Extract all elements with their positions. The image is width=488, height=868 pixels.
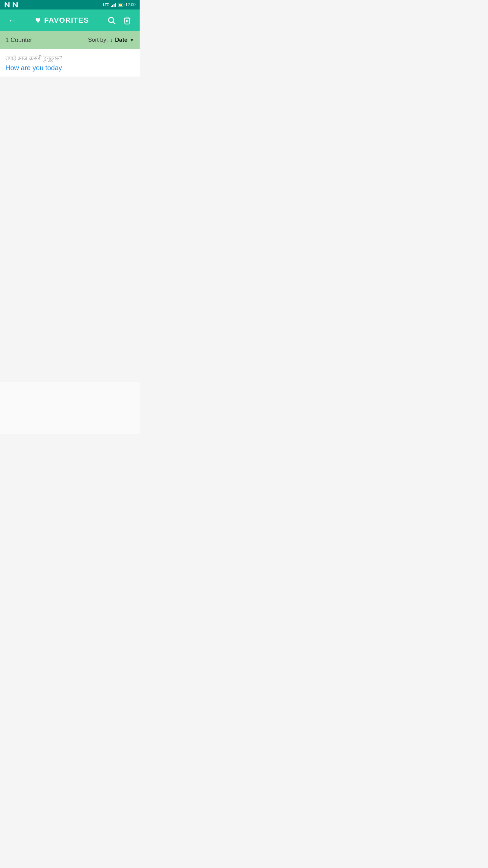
status-bar: LTE ⚡ 12:00 [0,0,140,9]
search-icon [107,16,116,25]
sort-controls[interactable]: Sort by: ↓ Date ▼ [88,37,134,44]
app-bar: ← ♥ FAVORITES [0,9,140,31]
svg-point-0 [108,17,114,22]
heart-icon: ♥ [35,15,41,26]
empty-area [0,77,140,382]
time-display: 12:00 [125,2,136,7]
status-bar-left [4,2,18,8]
app-bar-actions [104,13,134,27]
list-item[interactable]: तपाई आज कसरी हुनुहुन्छ? How are you toda… [0,49,140,77]
lte-icon: LTE [103,3,109,7]
sort-direction-icon: ↓ [110,37,113,44]
svg-line-1 [113,22,115,24]
signal-bar-1 [111,6,112,7]
status-bar-right: LTE ⚡ 12:00 [103,2,136,7]
signal-bars [111,2,116,7]
notification-icon-1 [4,2,10,8]
item-translation-text: How are you today [5,64,134,72]
signal-bar-4 [115,3,116,7]
app-bar-center: ♥ FAVORITES [35,15,89,26]
sort-label: Sort by: [88,37,108,43]
item-original-text: तपाई आज कसरी हुनुहुन्छ? [5,55,134,62]
sort-bar: 1 Counter Sort by: ↓ Date ▼ [0,31,140,49]
battery-bolt: ⚡ [119,3,122,6]
battery-icon: ⚡ [118,3,123,6]
back-button[interactable]: ← [5,13,20,28]
notification-icon-2 [12,2,18,8]
app-bar-title: FAVORITES [44,16,89,25]
signal-bar-3 [114,4,115,7]
delete-button[interactable] [120,13,134,27]
counter-text: 1 Counter [5,37,32,44]
sort-value: Date [115,37,127,43]
search-button[interactable] [104,13,119,27]
back-arrow-icon: ← [8,15,17,26]
trash-icon [123,16,131,25]
signal-bar-2 [112,5,113,7]
favorites-list: तपाई आज कसरी हुनुहुन्छ? How are you toda… [0,49,140,434]
dropdown-arrow-icon: ▼ [129,37,134,43]
